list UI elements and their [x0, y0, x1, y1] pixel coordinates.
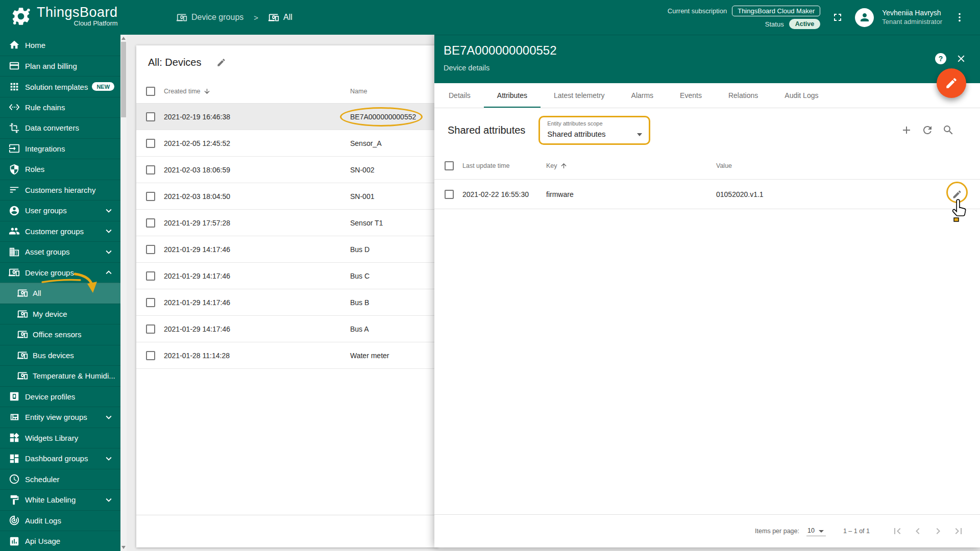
sidebar-item-customer-groups[interactable]: Customer groups [0, 221, 120, 242]
scrollbar-up-arrow[interactable] [121, 37, 126, 40]
row-checkbox[interactable] [146, 139, 155, 148]
key-column-header[interactable]: Key [546, 162, 568, 169]
fullscreen-button[interactable] [828, 8, 847, 27]
device-row[interactable]: 2021-02-03 18:04:50 SN-001 [136, 183, 438, 210]
scrollbar-thumb[interactable] [121, 42, 126, 117]
sidebar-item-audit-logs[interactable]: Audit Logs [0, 510, 120, 531]
edit-attribute-icon[interactable] [952, 189, 962, 199]
sidebar-item-bus-devices[interactable]: Bus devices [0, 345, 120, 366]
sidebar-item-data-converters[interactable]: Data converters [0, 117, 120, 138]
sidebar-item-device-groups-all[interactable]: All [0, 283, 120, 304]
attributes-toolbar: Shared attributes Entity attributes scop… [434, 108, 980, 152]
items-per-page-select[interactable]: 10 [806, 526, 826, 536]
breadcrumb-all[interactable]: All [268, 12, 292, 23]
tab-audit-logs[interactable]: Audit Logs [771, 83, 831, 108]
device-row[interactable]: 2021-01-28 11:14:28 Water meter [136, 342, 438, 369]
attribute-row[interactable]: 2021-02-22 16:55:30 firmware 01052020.v1… [434, 179, 980, 209]
sidebar-item-customers-hierarchy[interactable]: Customers hierarchy [0, 180, 120, 201]
row-checkbox[interactable] [445, 190, 454, 199]
sidebar-item-label: Integrations [25, 144, 65, 153]
row-checkbox[interactable] [146, 351, 155, 360]
sidebar-item-temperature-humidity[interactable]: Temperature & Humidi... [0, 365, 120, 386]
sidebar-scrollbar[interactable] [120, 35, 127, 551]
tab-latest-telemetry[interactable]: Latest telemetry [541, 83, 618, 108]
created-time-column-header[interactable]: Created time [164, 87, 211, 95]
chevron-down-icon [103, 205, 114, 216]
sidebar-item-user-groups[interactable]: User groups [0, 200, 120, 221]
device-groups-icon [17, 350, 28, 361]
close-icon[interactable] [955, 53, 967, 64]
next-page-button[interactable] [932, 525, 944, 537]
sidebar-item-integrations[interactable]: Integrations [0, 138, 120, 159]
tab-alarms[interactable]: Alarms [618, 83, 667, 108]
help-button[interactable]: ? [935, 53, 946, 64]
view-quilt-icon [9, 412, 20, 423]
sidebar-item-api-usage[interactable]: Api Usage [0, 531, 120, 551]
sidebar-item-rule-chains[interactable]: Rule chains [0, 97, 120, 118]
subscription-value-pill[interactable]: ThingsBoard Cloud Maker [732, 6, 820, 16]
edit-group-name-icon[interactable] [216, 58, 226, 67]
sidebar-item-dashboard-groups[interactable]: Dashboard groups [0, 448, 120, 469]
first-page-button[interactable] [891, 525, 903, 537]
add-attribute-button[interactable] [900, 124, 913, 136]
tab-attributes[interactable]: Attributes [484, 83, 541, 108]
sidebar-item-roles[interactable]: Roles [0, 159, 120, 180]
sidebar-item-office-sensors[interactable]: Office sensors [0, 324, 120, 345]
device-row[interactable]: 2021-01-29 14:17:46 Bus B [136, 289, 438, 316]
sidebar-item-home[interactable]: Home [0, 35, 120, 56]
home-icon [9, 39, 20, 51]
row-checkbox[interactable] [146, 298, 155, 307]
sidebar-item-entity-view-groups[interactable]: Entity view groups [0, 407, 120, 428]
refresh-button[interactable] [921, 124, 934, 136]
entity-attributes-scope-select[interactable]: Entity attributes scope Shared attribute… [538, 116, 650, 145]
breadcrumb-device-groups[interactable]: Device groups [177, 12, 243, 23]
device-row[interactable]: 2021-02-19 16:46:38 BE7A000000000552 [136, 104, 438, 130]
sidebar-item-solution-templates[interactable]: Solution templatesNEW [0, 76, 120, 97]
row-checkbox[interactable] [146, 245, 155, 254]
edit-device-fab[interactable] [937, 68, 966, 98]
row-created-time: 2021-01-29 17:57:28 [164, 219, 230, 227]
row-checkbox[interactable] [146, 324, 155, 334]
name-column-header[interactable]: Name [350, 88, 367, 95]
device-row[interactable]: 2021-02-05 12:45:52 Sensor_A [136, 130, 438, 157]
device-row[interactable]: 2021-01-29 14:17:46 Bus D [136, 236, 438, 263]
sidebar-item-asset-groups[interactable]: Asset groups [0, 241, 120, 262]
sidebar-item-device-groups[interactable]: Device groups [0, 262, 120, 283]
device-row[interactable]: 2021-01-29 17:57:28 Sensor T1 [136, 210, 438, 236]
device-row[interactable]: 2021-02-03 18:06:59 SN-002 [136, 157, 438, 183]
clock-icon [9, 473, 20, 485]
row-created-time: 2021-01-29 14:17:46 [164, 245, 230, 254]
tab-events[interactable]: Events [667, 83, 715, 108]
sidebar-item-white-labeling[interactable]: White Labeling [0, 489, 120, 510]
avatar[interactable] [855, 8, 874, 27]
sidebar-item-plan-and-billing[interactable]: Plan and billing [0, 56, 120, 77]
row-created-time: 2021-02-05 12:45:52 [164, 139, 230, 147]
scrollbar-down-arrow[interactable] [121, 546, 126, 549]
tab-details[interactable]: Details [435, 83, 484, 108]
sidebar-item-scheduler[interactable]: Scheduler [0, 469, 120, 490]
last-update-time-column-header[interactable]: Last update time [462, 162, 509, 169]
thingsboard-logo[interactable]: ThingsBoard Cloud Platform [10, 5, 118, 27]
more-menu-button[interactable] [950, 8, 969, 27]
select-all-checkbox[interactable] [445, 161, 454, 170]
tab-relations[interactable]: Relations [715, 83, 771, 108]
sort-asc-icon [560, 162, 568, 169]
sidebar-item-device-profiles[interactable]: Device profiles [0, 386, 120, 407]
row-checkbox[interactable] [146, 271, 155, 281]
dashboard-icon [9, 453, 20, 464]
sidebar-item-my-device[interactable]: My device [0, 304, 120, 324]
search-button[interactable] [942, 124, 954, 136]
previous-page-button[interactable] [912, 525, 924, 537]
row-checkbox[interactable] [146, 192, 155, 201]
row-checkbox[interactable] [146, 165, 155, 174]
sidebar-item-label: Device groups [25, 268, 74, 277]
breadcrumb: Device groups > All [177, 0, 292, 35]
device-row[interactable]: 2021-01-29 14:17:46 Bus A [136, 316, 438, 342]
value-column-header[interactable]: Value [716, 162, 732, 169]
sidebar-item-widgets-library[interactable]: Widgets Library [0, 428, 120, 448]
select-all-checkbox[interactable] [146, 87, 155, 96]
last-page-button[interactable] [952, 525, 965, 537]
row-checkbox[interactable] [146, 112, 155, 121]
row-checkbox[interactable] [146, 218, 155, 228]
device-row[interactable]: 2021-01-29 14:17:46 Bus C [136, 263, 438, 289]
